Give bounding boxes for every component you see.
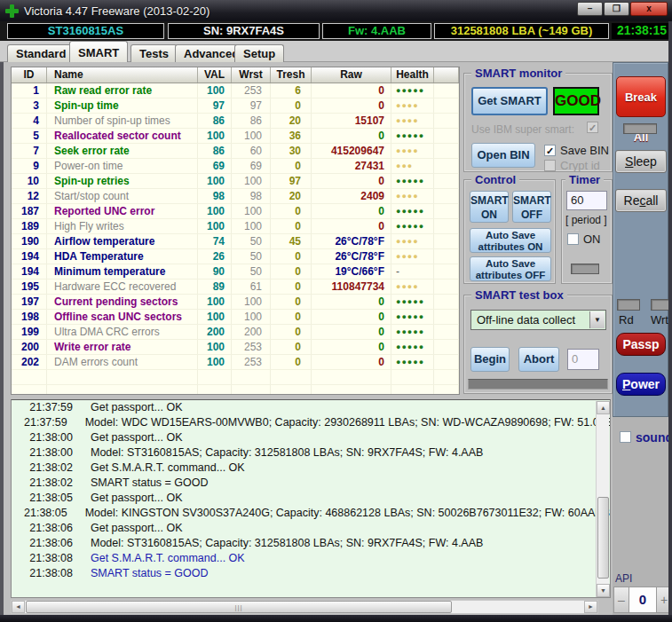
cell-health: ●●●● bbox=[391, 280, 434, 294]
sound-checkbox[interactable] bbox=[620, 431, 631, 443]
cell-empty bbox=[312, 370, 391, 384]
vertical-scroll-thumb[interactable] bbox=[597, 497, 609, 579]
dropdown-arrow-icon[interactable]: ▼ bbox=[589, 311, 605, 328]
control-group: Control SMART ON SMART OFF Auto Save att… bbox=[463, 179, 556, 284]
smart-row-202[interactable]: 202DAM errors count10025300●●●●● bbox=[12, 355, 459, 370]
cell-wrst: 97 bbox=[232, 98, 271, 113]
maximize-button[interactable]: ❐ bbox=[604, 2, 629, 16]
scroll-left-icon[interactable]: ◄ bbox=[12, 601, 25, 613]
smart-grid-header[interactable]: IDNameVALWrstTreshRawHealth bbox=[12, 67, 459, 83]
smart-row-190[interactable]: 190Airflow temperature74504526°C/78°F●●●… bbox=[12, 234, 459, 249]
cell-name: Hardware ECC recovered bbox=[47, 280, 198, 294]
cell-val: 89 bbox=[198, 280, 232, 294]
cell-empty bbox=[434, 355, 459, 369]
smart-row-5[interactable]: 5Reallocated sector count100100360●●●●● bbox=[12, 129, 459, 144]
break-all-button[interactable]: Break All bbox=[616, 76, 666, 117]
smart-row-198[interactable]: 198Offline scan UNC sectors10010000●●●●● bbox=[12, 310, 459, 325]
column-header-val[interactable]: VAL bbox=[198, 67, 232, 83]
cell-tresh: 0 bbox=[271, 280, 312, 294]
ibm-super-smart-checkbox[interactable]: ✓ bbox=[587, 122, 598, 133]
column-header-tresh[interactable]: Tresh bbox=[271, 67, 312, 83]
log-line: 21:38:05Get passport... OK bbox=[12, 491, 610, 506]
log-time: 21:38:08 bbox=[24, 551, 73, 566]
minimize-button[interactable]: – bbox=[577, 2, 603, 16]
log-line: 21:38:02Get S.M.A.R.T. command... OK bbox=[12, 461, 610, 476]
abort-button[interactable]: Abort bbox=[518, 347, 559, 372]
power-button[interactable]: Power bbox=[616, 373, 666, 396]
crypt-id-checkbox[interactable] bbox=[544, 160, 556, 171]
smart-row-4[interactable]: 4Number of spin-up times86862015107●●●● bbox=[12, 114, 459, 129]
log-text: Get S.M.A.R.T. command... OK bbox=[91, 461, 245, 476]
smart-row-197[interactable]: 197Current pending sectors10010000●●●●● bbox=[12, 295, 459, 310]
scroll-up-icon[interactable]: ▲ bbox=[597, 401, 610, 414]
tab-smart[interactable]: SMART bbox=[69, 41, 128, 62]
cell-id: 199 bbox=[12, 325, 47, 339]
cell-wrst: 86 bbox=[232, 114, 271, 128]
smart-row-12[interactable]: 12Start/stop count9898202409●●●● bbox=[12, 189, 459, 204]
cell-raw: 415209647 bbox=[312, 144, 391, 158]
cell-id: 197 bbox=[12, 295, 47, 309]
auto-save-off-button[interactable]: Auto Save attributes OFF bbox=[470, 256, 551, 281]
smart-row-3[interactable]: 3Spin-up time979700●●●● bbox=[12, 98, 459, 114]
passp-button[interactable]: Passp bbox=[616, 333, 666, 356]
smart-row-199[interactable]: 199Ultra DMA CRC errors20020000●●●●● bbox=[12, 325, 459, 340]
cell-wrst: 253 bbox=[232, 355, 271, 369]
title-bar[interactable]: Victoria 4.47 Freeware (2013-02-20) – ❐ … bbox=[0, 0, 672, 21]
cell-tresh: 0 bbox=[271, 264, 312, 279]
test-counter-field[interactable]: 0 bbox=[567, 349, 599, 370]
victoria-window: Victoria 4.47 Freeware (2013-02-20) – ❐ … bbox=[0, 0, 672, 622]
spinner-minus-button[interactable]: – bbox=[613, 587, 629, 613]
sound-label: sound bbox=[636, 430, 672, 445]
clock: 21:38:15 bbox=[612, 23, 672, 39]
column-header-wrst[interactable]: Wrst bbox=[232, 67, 271, 83]
smart-row-9[interactable]: 9Power-on time6969027431●●● bbox=[12, 159, 459, 174]
column-header-name[interactable]: Name bbox=[47, 67, 198, 83]
begin-button[interactable]: Begin bbox=[470, 347, 510, 372]
sleep-button[interactable]: Sleep bbox=[615, 150, 667, 173]
smart-row-7[interactable]: 7Seek error rate866030415209647●●●● bbox=[12, 144, 459, 159]
timer-period-input[interactable]: 60 bbox=[566, 191, 607, 210]
get-smart-button[interactable]: Get SMART bbox=[471, 87, 548, 115]
drive-serial: SN: 9RX7FA4S bbox=[168, 23, 320, 39]
tab-standard[interactable]: Standard bbox=[7, 44, 75, 62]
cell-empty bbox=[198, 370, 232, 384]
timer-on-checkbox[interactable] bbox=[567, 233, 579, 245]
column-header-id[interactable]: ID bbox=[12, 67, 47, 83]
smart-row-194[interactable]: 194Minimum temperature9050019°C/66°F- bbox=[12, 264, 459, 280]
smart-row-187[interactable]: 187Reported UNC error10010000●●●●● bbox=[12, 204, 459, 219]
app-cross-icon bbox=[5, 4, 19, 18]
cell-id: 5 bbox=[12, 129, 47, 143]
smart-off-button[interactable]: SMART OFF bbox=[512, 191, 551, 223]
cell-empty bbox=[232, 370, 271, 384]
cell-name: Current pending sectors bbox=[47, 295, 198, 309]
smart-row-200[interactable]: 200Write error rate10025300●●●●● bbox=[12, 340, 459, 355]
tab-setup[interactable]: Setup bbox=[234, 44, 284, 62]
save-bin-checkbox[interactable]: ✓ bbox=[544, 145, 556, 156]
log-line: 21:38:06Model: ST3160815AS; Capacity: 31… bbox=[12, 536, 610, 551]
open-bin-button[interactable]: Open BIN bbox=[471, 143, 535, 168]
smart-on-button[interactable]: SMART ON bbox=[470, 191, 509, 223]
recall-button[interactable]: Recall bbox=[615, 189, 667, 212]
cell-tresh: 36 bbox=[271, 129, 312, 143]
smart-row-194[interactable]: 194HDA Temperature2650026°C/78°F●●●● bbox=[12, 249, 459, 264]
column-header-raw[interactable]: Raw bbox=[312, 67, 391, 83]
auto-save-on-button[interactable]: Auto Save attributes ON bbox=[470, 228, 551, 253]
scroll-down-icon[interactable]: ▼ bbox=[597, 584, 610, 597]
ibm-super-smart-label: Use IBM super smart: bbox=[471, 123, 574, 136]
log-line: 21:38:08Get S.M.A.R.T. command... OK bbox=[12, 551, 610, 566]
horizontal-scroll-thumb[interactable]: ||| bbox=[26, 601, 452, 613]
cell-empty bbox=[434, 370, 459, 384]
smart-row-189[interactable]: 189High Fly writes10010000●●●●● bbox=[12, 219, 459, 234]
scroll-right-icon[interactable]: ► bbox=[584, 601, 597, 613]
test-select-dropdown[interactable]: Off-line data collect ▼ bbox=[470, 310, 606, 330]
log-text: Model: WDC WD15EARS-00MVWB0; Capacity: 2… bbox=[85, 415, 611, 430]
smart-row-1[interactable]: 1Raw read error rate10025360●●●●● bbox=[12, 83, 459, 98]
close-button[interactable]: x bbox=[630, 2, 668, 16]
tab-tests[interactable]: Tests bbox=[130, 44, 178, 62]
log-time: 21:38:00 bbox=[24, 430, 73, 445]
column-header-health[interactable]: Health bbox=[391, 67, 434, 83]
log-vertical-scrollbar[interactable]: ▲ ▼ bbox=[596, 401, 609, 597]
log-horizontal-scrollbar[interactable]: ◄ ||| ► bbox=[11, 600, 598, 614]
smart-row-195[interactable]: 195Hardware ECC recovered89610110847734●… bbox=[12, 280, 459, 295]
smart-row-10[interactable]: 10Spin-up retries100100970●●●●● bbox=[12, 174, 459, 189]
